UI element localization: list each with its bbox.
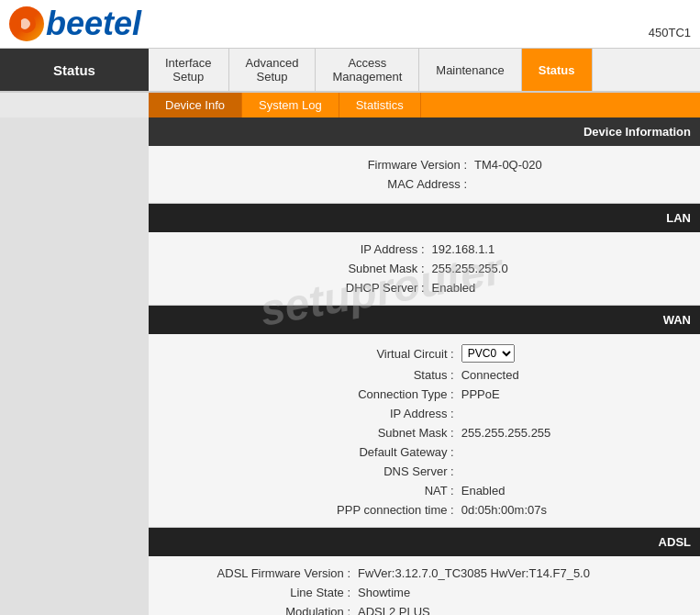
adsl-table: ADSL Firmware Version : FwVer:3.12.7.0_T… bbox=[149, 564, 700, 615]
adsl-linestate-value: Showtime bbox=[354, 583, 700, 602]
wan-content: Virtual Circuit : PVC0 PVC1 PVC2 Status … bbox=[149, 334, 700, 527]
device-info-table: Firmware Version : TM4-0Q-020 MAC Addres… bbox=[149, 155, 700, 194]
table-row: DHCP Server : Enabled bbox=[149, 278, 700, 297]
table-row: Virtual Circuit : PVC0 PVC1 PVC2 bbox=[149, 341, 700, 365]
table-row: Line State : Showtime bbox=[149, 583, 700, 602]
wan-subnet-label: Subnet Mask : bbox=[149, 423, 458, 442]
table-row: IP Address : bbox=[149, 404, 700, 423]
wan-label: WAN bbox=[149, 306, 700, 334]
table-row: MAC Address : bbox=[149, 174, 700, 194]
nav-item-access-management[interactable]: Access Management bbox=[316, 49, 419, 91]
nav-items: Interface Setup Advanced Setup Access Ma… bbox=[149, 49, 700, 91]
firmware-value: TM4-0Q-020 bbox=[471, 155, 700, 174]
table-row: NAT : Enabled bbox=[149, 481, 700, 500]
nav-status-label: Status bbox=[0, 49, 149, 91]
wan-table: Virtual Circuit : PVC0 PVC1 PVC2 Status … bbox=[149, 341, 700, 520]
sub-nav-device-info[interactable]: Device Info bbox=[149, 93, 242, 117]
device-info-content: Firmware Version : TM4-0Q-020 MAC Addres… bbox=[149, 146, 700, 203]
adsl-modulation-label: Modulation : bbox=[149, 602, 354, 615]
logo-text: beetel bbox=[46, 5, 141, 43]
table-row: Default Gateway : bbox=[149, 442, 700, 462]
nav-item-interface-setup[interactable]: Interface Setup bbox=[149, 49, 229, 91]
table-row: IP Address : 192.168.1.1 bbox=[149, 240, 700, 259]
lan-dhcp-label: DHCP Server : bbox=[149, 278, 428, 297]
lan-ip-value: 192.168.1.1 bbox=[428, 240, 700, 259]
lan-subnet-label: Subnet Mask : bbox=[149, 259, 428, 278]
wan-dns-label: DNS Server : bbox=[149, 462, 458, 481]
nav-item-status[interactable]: Status bbox=[522, 49, 593, 91]
wan-ip-value bbox=[458, 404, 700, 423]
table-row: DNS Server : bbox=[149, 462, 700, 481]
adsl-firmware-label: ADSL Firmware Version : bbox=[149, 564, 354, 583]
content-wrapper: setuprouter Device Information Firmware … bbox=[0, 117, 700, 615]
header: beetel 450TC1 bbox=[0, 0, 700, 49]
logo: beetel bbox=[9, 5, 141, 43]
firmware-label: Firmware Version : bbox=[149, 155, 471, 174]
wan-gateway-label: Default Gateway : bbox=[149, 442, 458, 462]
wan-subnet-value: 255.255.255.255 bbox=[458, 423, 700, 442]
table-row: Modulation : ADSL2 PLUS bbox=[149, 602, 700, 615]
wan-status-value: Connected bbox=[458, 365, 700, 385]
sub-nav-statistics[interactable]: Statistics bbox=[339, 93, 421, 117]
lan-ip-label: IP Address : bbox=[149, 240, 428, 259]
mac-label: MAC Address : bbox=[149, 174, 471, 194]
adsl-firmware-value: FwVer:3.12.7.0_TC3085 HwVer:T14.F7_5.0 bbox=[354, 564, 700, 583]
wan-ip-label: IP Address : bbox=[149, 404, 458, 423]
wan-dns-value bbox=[458, 462, 700, 481]
adsl-content: ADSL Firmware Version : FwVer:3.12.7.0_T… bbox=[149, 556, 700, 615]
virtual-circuit-select[interactable]: PVC0 PVC1 PVC2 bbox=[461, 344, 515, 363]
wan-status-label: Status : bbox=[149, 365, 458, 385]
wan-conntype-value: PPPoE bbox=[458, 385, 700, 404]
logo-icon bbox=[9, 6, 44, 41]
lan-content: IP Address : 192.168.1.1 Subnet Mask : 2… bbox=[149, 232, 700, 305]
sub-nav-system-log[interactable]: System Log bbox=[242, 93, 339, 117]
device-info-label: Device Information bbox=[149, 117, 700, 146]
main-area: setuprouter Device Information Firmware … bbox=[149, 117, 700, 615]
mac-value bbox=[471, 174, 700, 194]
nav-item-advanced-setup[interactable]: Advanced Setup bbox=[229, 49, 317, 91]
lan-table: IP Address : 192.168.1.1 Subnet Mask : 2… bbox=[149, 240, 700, 297]
wan-gateway-value bbox=[458, 442, 700, 462]
lan-subnet-value: 255.255.255.0 bbox=[428, 259, 700, 278]
lan-label: LAN bbox=[149, 204, 700, 232]
table-row: Firmware Version : TM4-0Q-020 bbox=[149, 155, 700, 174]
wan-conntype-label: Connection Type : bbox=[149, 385, 458, 404]
table-row: PPP connection time : 0d:05h:00m:07s bbox=[149, 500, 700, 520]
adsl-linestate-label: Line State : bbox=[149, 583, 354, 602]
table-row: Subnet Mask : 255.255.255.0 bbox=[149, 259, 700, 278]
virtual-circuit-label: Virtual Circuit : bbox=[149, 341, 458, 365]
wan-ppp-value: 0d:05h:00m:07s bbox=[458, 500, 700, 520]
table-row: ADSL Firmware Version : FwVer:3.12.7.0_T… bbox=[149, 564, 700, 583]
adsl-modulation-value: ADSL2 PLUS bbox=[354, 602, 700, 615]
nav-item-maintenance[interactable]: Maintenance bbox=[419, 49, 521, 91]
sidebar bbox=[0, 117, 149, 615]
model-number: 450TC1 bbox=[649, 26, 691, 43]
table-row: Connection Type : PPPoE bbox=[149, 385, 700, 404]
nav-bar: Status Interface Setup Advanced Setup Ac… bbox=[0, 49, 700, 93]
table-row: Subnet Mask : 255.255.255.255 bbox=[149, 423, 700, 442]
sub-nav: Device Info System Log Statistics bbox=[149, 93, 700, 117]
adsl-label: ADSL bbox=[149, 528, 700, 556]
lan-dhcp-value: Enabled bbox=[428, 278, 700, 297]
virtual-circuit-select-cell: PVC0 PVC1 PVC2 bbox=[458, 341, 700, 365]
wan-ppp-label: PPP connection time : bbox=[149, 500, 458, 520]
wan-nat-value: Enabled bbox=[458, 481, 700, 500]
wan-nat-label: NAT : bbox=[149, 481, 458, 500]
table-row: Status : Connected bbox=[149, 365, 700, 385]
